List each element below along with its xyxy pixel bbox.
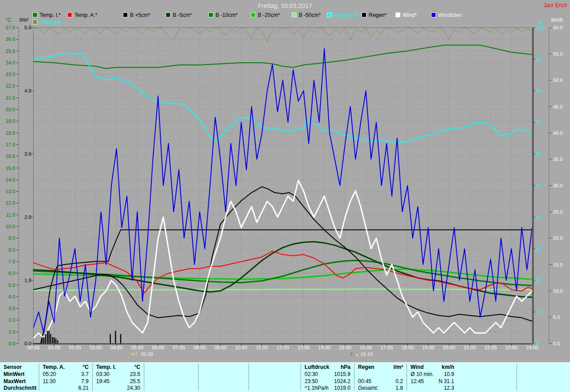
celsius-tick-label: 6.0	[1, 271, 15, 276]
percent-tick-label: 30	[536, 246, 550, 252]
celsius-tick-label: 1.0	[1, 329, 15, 335]
time-tick-label: 11:00	[252, 345, 272, 351]
table-cell-value: 10.9	[407, 371, 454, 377]
rain-bar	[50, 334, 51, 344]
celsius-tick-label: 13.0	[1, 189, 15, 194]
time-tick-label: 14:00	[314, 345, 334, 351]
lm2-tick-label: 3.0	[17, 151, 31, 157]
table-cell-value: hPa	[301, 364, 350, 370]
table-cell-value: 0.2	[354, 378, 403, 384]
celsius-tick-label: 19.0	[1, 118, 15, 124]
arrow-up-icon: ▲	[354, 352, 359, 357]
celsius-tick-label: 15.0	[1, 166, 15, 171]
rain-bar	[47, 331, 48, 344]
percent-tick-label: 70	[536, 120, 550, 125]
kmh-tick-label: 5.0	[553, 315, 567, 320]
time-tick-label: 20:00	[439, 345, 459, 351]
legend-item-wind: Wind*	[395, 12, 417, 18]
celsius-tick-label: 18.0	[1, 130, 15, 136]
legend-item-b-m10cm: B -10cm*	[208, 12, 237, 18]
time-tick-label: 06:00	[148, 345, 168, 351]
legend-item-windboeen: Windböen	[431, 12, 462, 18]
legend-label: B -10cm*	[216, 12, 237, 18]
kmh-tick-label: 35.0	[553, 157, 567, 162]
lm2-tick-label: 5.0	[17, 25, 31, 31]
table-cell-value: °C	[92, 364, 140, 370]
table-cell-value: km/h	[407, 364, 454, 370]
lm2-tick-label: 2.0	[17, 214, 31, 220]
legend-label: B -50cm*	[299, 12, 321, 18]
time-tick-label: 17:00	[377, 345, 396, 351]
kmh-tick-label: 60.0	[553, 25, 567, 31]
table-cell-value: 1019.0	[301, 385, 350, 391]
legend-swatch-b-p5cm	[123, 12, 128, 17]
kmh-tick-label: 50.0	[553, 77, 567, 83]
time-tick-label: 07:00	[169, 345, 189, 351]
celsius-tick-label: 26.0	[1, 36, 15, 42]
time-tick-label: 04:00	[107, 345, 126, 351]
legend-item-regen: Regen*	[362, 12, 387, 18]
legend-swatch-b-m20cm	[251, 12, 256, 17]
legend-swatch-temp-i	[33, 12, 37, 17]
rain-bar	[115, 331, 116, 344]
table-cell-value: 1024.2	[301, 378, 350, 384]
lm2-tick-label: 4.0	[17, 88, 31, 94]
legend-swatch-b-m10cm	[208, 12, 213, 17]
stats-table: SensorTemp. A.°CTemp. I.°CLuftdruckhPaRe…	[0, 362, 570, 392]
legend-label: B -5cm*	[173, 12, 192, 18]
table-row-label: Durchschnitt	[4, 385, 37, 391]
time-tick-label: 23:00	[501, 345, 521, 351]
time-tick-label: 12:00	[273, 345, 293, 351]
rain-bar	[43, 337, 44, 344]
time-tick-label: 21:00	[460, 345, 480, 351]
celsius-tick-label: 16.0	[1, 154, 15, 159]
celsius-tick-label: 2.0	[1, 317, 15, 323]
celsius-tick-label: 12.0	[1, 200, 15, 206]
legend-label: Temp. A.*	[74, 12, 97, 18]
table-cell-value: 12.3	[407, 385, 454, 391]
legend-label: Regen*	[369, 12, 387, 18]
percent-tick-label: 10	[536, 309, 550, 315]
table-cell-value: 3.7	[39, 371, 89, 377]
table-column-separator	[144, 364, 144, 391]
time-tick-label: 08:00	[190, 345, 209, 351]
celsius-tick-label: 11.0	[1, 212, 15, 218]
legend-item-temp-i: Temp. I.*	[33, 12, 61, 18]
rain-bar	[54, 337, 55, 344]
celsius-tick-label: 0.0	[1, 341, 15, 347]
time-tick-label: 00:00	[24, 345, 43, 351]
celsius-tick-label: 23.0	[1, 72, 15, 77]
celsius-tick-label: 25.0	[1, 48, 15, 54]
legend-swatch-b-m50cm	[292, 12, 297, 17]
table-cell-value: 1015.9	[301, 371, 350, 377]
legend-swatch-windboeen	[431, 12, 436, 17]
kmh-tick-label: 30.0	[553, 183, 567, 189]
weather-chart-canvas	[0, 0, 570, 392]
time-tick-label: 22:00	[481, 345, 501, 351]
legend-item-b-p5cm: B +5cm*	[123, 12, 151, 18]
table-cell-value: 25.5	[92, 378, 140, 384]
table-column-separator	[517, 364, 517, 391]
legend-swatch-empfang	[33, 20, 37, 24]
percent-tick-label: 100	[536, 25, 550, 31]
rain-bar	[57, 340, 58, 344]
kmh-tick-label: 20.0	[553, 235, 567, 241]
moon-icon: ☾	[135, 352, 139, 357]
percent-tick-label: 80	[536, 88, 550, 94]
moonset-marker: ▼☾ 05:09	[130, 352, 153, 357]
legend-label: Feuchte A.*	[334, 12, 362, 18]
kmh-tick-label: 10.0	[553, 288, 567, 294]
celsius-tick-label: 9.0	[1, 235, 15, 241]
table-column-separator	[248, 364, 249, 391]
table-cell-value: 23.5	[92, 371, 140, 377]
table-cell-value: 24.30	[92, 385, 140, 391]
table-cell-value: 1.8	[354, 385, 403, 391]
time-tick-label: 13:00	[294, 345, 314, 351]
legend-swatch-regen	[362, 12, 366, 17]
percent-tick-label: 60	[536, 151, 550, 157]
legend-swatch-feuchte-a	[327, 12, 332, 17]
legend-swatch-b-m5cm	[166, 12, 171, 17]
legend-item-temp-a: Temp. A.*	[67, 12, 97, 18]
time-tick-label: 15:00	[335, 345, 355, 351]
moon-icon: ☾	[350, 352, 355, 357]
